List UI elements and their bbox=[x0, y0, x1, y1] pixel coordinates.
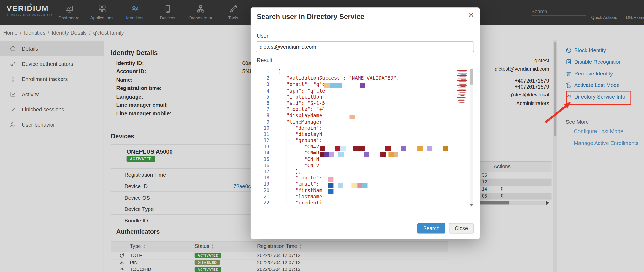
redaction-mark bbox=[388, 152, 394, 157]
redaction-mark bbox=[394, 152, 398, 157]
redaction-mark bbox=[362, 183, 367, 188]
redaction-mark bbox=[324, 83, 330, 88]
redaction-mark bbox=[360, 83, 365, 88]
redaction-mark bbox=[329, 152, 334, 157]
close-icon[interactable]: × bbox=[469, 10, 474, 19]
editor-minimap bbox=[450, 70, 468, 104]
redaction-mark bbox=[364, 152, 369, 157]
redaction-mark bbox=[340, 146, 346, 151]
editor-redactions bbox=[256, 67, 474, 209]
redaction-mark bbox=[427, 146, 432, 151]
scrollbar-down-arrow[interactable] bbox=[470, 204, 473, 208]
app-root: VERIDIUM ◆ TRUSTED DIGITAL IDENTITY Dash… bbox=[0, 0, 644, 272]
scrollbar-thumb[interactable] bbox=[470, 69, 473, 85]
redaction-mark bbox=[350, 115, 355, 119]
result-label: Result bbox=[257, 57, 272, 63]
redaction-mark bbox=[320, 152, 324, 157]
redaction-mark bbox=[353, 146, 365, 151]
redaction-mark bbox=[443, 146, 448, 151]
redaction-mark bbox=[328, 177, 333, 182]
result-editor[interactable]: 1{2 "validationSuccess": "NAME_VALIDATED… bbox=[256, 67, 474, 209]
redaction-mark bbox=[338, 152, 344, 157]
redaction-mark bbox=[417, 146, 423, 151]
user-input[interactable] bbox=[256, 41, 474, 52]
redaction-mark bbox=[401, 146, 406, 151]
redaction-mark bbox=[320, 146, 325, 151]
search-button[interactable]: Search bbox=[418, 223, 445, 234]
redaction-mark bbox=[338, 183, 343, 188]
redaction-mark bbox=[357, 183, 362, 188]
user-field-label: User bbox=[257, 33, 268, 39]
annotation-highlight-box bbox=[566, 91, 631, 105]
modal-footer: Search Close bbox=[418, 223, 474, 234]
close-button[interactable]: Close bbox=[449, 223, 474, 234]
directory-search-modal: Search user in Directory Service × User … bbox=[251, 7, 480, 239]
redaction-mark bbox=[328, 183, 333, 188]
modal-title: Search user in Directory Service bbox=[257, 13, 364, 21]
redaction-mark bbox=[328, 189, 333, 194]
redaction-mark bbox=[351, 183, 357, 188]
annotation-arrow bbox=[541, 98, 574, 126]
redaction-mark bbox=[324, 152, 329, 157]
redaction-mark bbox=[380, 152, 386, 157]
editor-scrollbar bbox=[470, 68, 473, 207]
redaction-mark bbox=[335, 146, 340, 151]
redaction-mark bbox=[330, 83, 342, 88]
redaction-mark bbox=[385, 146, 391, 151]
